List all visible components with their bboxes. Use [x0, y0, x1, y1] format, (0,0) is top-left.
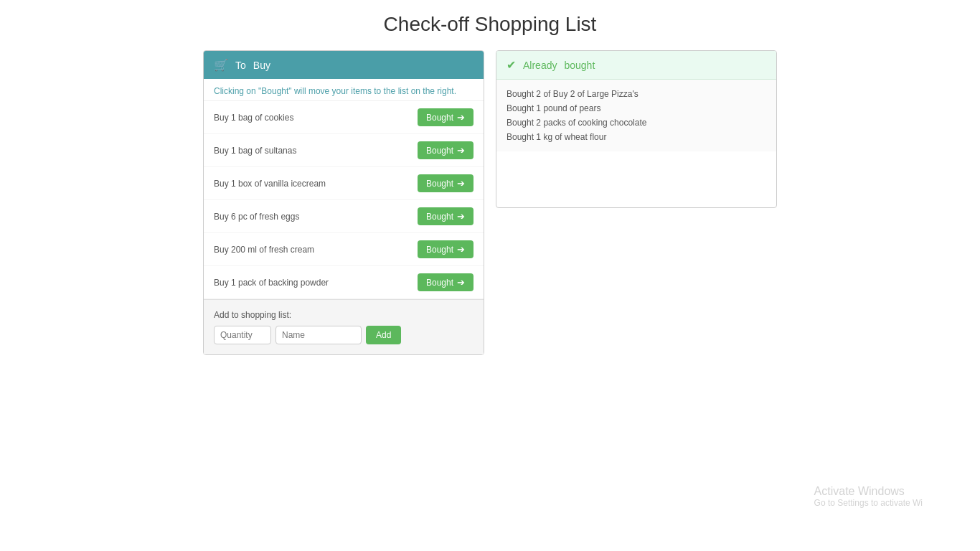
name-input[interactable]	[275, 326, 362, 344]
shopping-item: Buy 1 bag of sultanasBought ➔	[204, 134, 484, 167]
left-header: 🛒 To Buy	[204, 51, 484, 79]
bought-item: Bought 1 pound of pears	[507, 101, 766, 116]
bought-header-label: bought	[564, 60, 595, 71]
bought-button[interactable]: Bought ➔	[418, 207, 473, 225]
arrow-right-icon: ➔	[457, 145, 465, 156]
arrow-right-icon: ➔	[457, 244, 465, 255]
arrow-right-icon: ➔	[457, 112, 465, 123]
bought-button[interactable]: Bought ➔	[418, 273, 473, 291]
bought-button[interactable]: Bought ➔	[418, 108, 473, 126]
item-text: Buy 1 pack of backing powder	[214, 278, 329, 288]
shopping-item: Buy 6 pc of fresh eggsBought ➔	[204, 200, 484, 233]
to-label: To	[235, 60, 246, 71]
left-body: Clicking on "Bought" will move your item…	[204, 79, 484, 354]
item-text: Buy 1 bag of cookies	[214, 113, 293, 123]
info-text: Clicking on "Bought" will move your item…	[204, 79, 484, 101]
bought-button[interactable]: Bought ➔	[418, 141, 473, 159]
checkmark-icon: ✔	[507, 58, 516, 72]
quantity-input[interactable]	[214, 326, 271, 344]
arrow-right-icon: ➔	[457, 178, 465, 189]
bought-button[interactable]: Bought ➔	[418, 240, 473, 258]
right-body: Bought 2 of Buy 2 of Large Pizza'sBought…	[496, 80, 776, 151]
add-button[interactable]: Add	[366, 326, 401, 344]
shopping-item: Buy 1 box of vanilla icecreamBought ➔	[204, 167, 484, 200]
shopping-item: Buy 200 ml of fresh creamBought ➔	[204, 233, 484, 266]
bought-item: Bought 2 of Buy 2 of Large Pizza's	[507, 87, 766, 101]
arrow-right-icon: ➔	[457, 211, 465, 222]
shopping-list: Buy 1 bag of cookiesBought ➔Buy 1 bag of…	[204, 101, 484, 299]
arrow-right-icon: ➔	[457, 277, 465, 288]
item-text: Buy 1 bag of sultanas	[214, 146, 296, 156]
right-header: ✔ Already bought	[496, 51, 776, 80]
bought-item: Bought 1 kg of wheat flour	[507, 130, 766, 144]
already-label: Already	[523, 60, 557, 71]
right-panel: ✔ Already bought Bought 2 of Buy 2 of La…	[496, 50, 777, 208]
bought-item: Bought 2 packs of cooking chocolate	[507, 116, 766, 130]
item-text: Buy 1 box of vanilla icecream	[214, 179, 326, 189]
buy-label: Buy	[253, 60, 270, 71]
shopping-item: Buy 1 bag of cookiesBought ➔	[204, 101, 484, 134]
shopping-item: Buy 1 pack of backing powderBought ➔	[204, 266, 484, 299]
add-form: Add	[214, 326, 473, 344]
add-section-label: Add to shopping list:	[214, 310, 473, 320]
left-panel: 🛒 To Buy Clicking on "Bought" will move …	[203, 50, 484, 355]
cart-icon: 🛒	[214, 58, 228, 72]
page-title: Check-off Shopping List	[0, 0, 980, 50]
item-text: Buy 6 pc of fresh eggs	[214, 212, 299, 222]
add-section: Add to shopping list: Add	[204, 299, 484, 354]
main-container: 🛒 To Buy Clicking on "Bought" will move …	[203, 50, 777, 355]
item-text: Buy 200 ml of fresh cream	[214, 245, 314, 255]
bought-button[interactable]: Bought ➔	[418, 174, 473, 192]
